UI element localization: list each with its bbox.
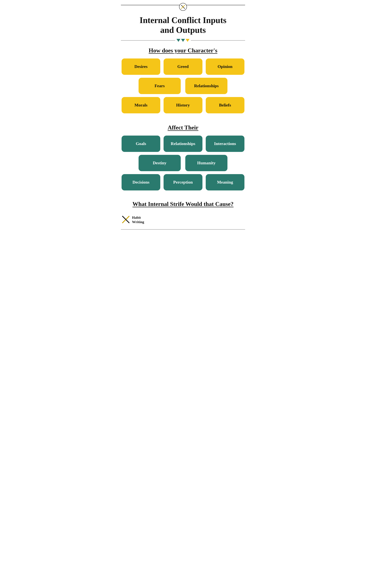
inputs-row2: Fears Relationships xyxy=(122,78,244,94)
bottom-line xyxy=(121,229,245,230)
btn-beliefs: Beliefs xyxy=(206,97,244,113)
brand-text: Habit Writing xyxy=(132,215,144,224)
section3-heading: What Internal Strife Would that Cause? xyxy=(114,196,252,209)
btn-goals: Goals xyxy=(122,136,160,152)
top-logo-circle xyxy=(179,3,187,11)
brand-icon xyxy=(122,215,130,224)
btn-humanity: Humanity xyxy=(185,155,228,171)
section1-heading: How does your Character's xyxy=(114,42,252,56)
section3-title: What Internal Strife Would that Cause? xyxy=(124,201,242,207)
btn-decisions: Decisions xyxy=(122,174,160,190)
btn-desires: Desires xyxy=(122,59,160,75)
btn-interactions: Interactions xyxy=(206,136,244,152)
section1-title: How does your Character's xyxy=(124,47,242,54)
section2-heading: Affect Their xyxy=(114,119,252,133)
outputs-section: Goals Relationships Interactions Destiny… xyxy=(114,133,252,196)
outputs-row2: Destiny Humanity xyxy=(122,155,244,171)
page: Internal Conflict Inputs and Outputs How… xyxy=(114,0,252,236)
btn-relationships-output: Relationships xyxy=(164,136,202,152)
outputs-row1: Goals Relationships Interactions xyxy=(122,136,244,152)
top-decoration xyxy=(114,0,252,11)
btn-relationships-input: Relationships xyxy=(185,78,228,94)
arrow-teal-right xyxy=(181,39,185,42)
btn-morals: Morals xyxy=(122,97,160,113)
svg-point-2 xyxy=(183,6,183,7)
arrow-yellow xyxy=(186,39,190,42)
inputs-row3: Morals History Beliefs xyxy=(122,97,244,113)
btn-meaning: Meaning xyxy=(206,174,244,190)
inputs-section: Desires Greed Opinion Fears Relationship… xyxy=(114,56,252,119)
btn-opinion: Opinion xyxy=(206,59,244,75)
inputs-row1: Desires Greed Opinion xyxy=(122,59,244,75)
brand-logo-svg xyxy=(122,215,130,224)
btn-greed: Greed xyxy=(164,59,202,75)
title-section: Internal Conflict Inputs and Outputs xyxy=(114,11,252,35)
btn-history: History xyxy=(164,97,202,113)
bottom-branding: Habit Writing xyxy=(114,209,252,228)
arrows-center xyxy=(175,39,191,42)
arrow-teal-left xyxy=(176,39,180,42)
btn-perception: Perception xyxy=(164,174,202,190)
btn-fears: Fears xyxy=(138,78,181,94)
divider-arrows xyxy=(121,39,245,42)
section2-title: Affect Their xyxy=(124,124,242,131)
logo-icon xyxy=(181,4,185,9)
outputs-row3: Decisions Perception Meaning xyxy=(122,174,244,190)
btn-destiny: Destiny xyxy=(138,155,181,171)
main-title: Internal Conflict Inputs and Outputs xyxy=(124,15,242,35)
